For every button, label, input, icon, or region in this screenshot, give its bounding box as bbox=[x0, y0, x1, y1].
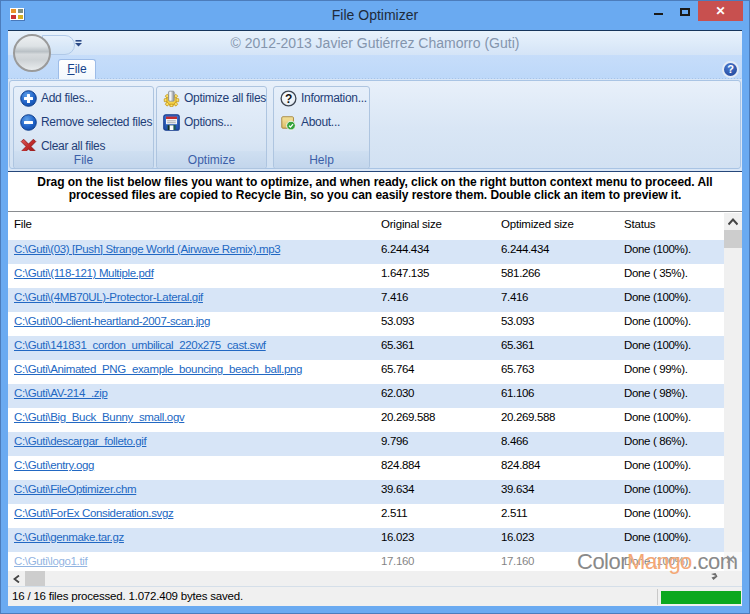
svg-text:?: ? bbox=[285, 92, 292, 106]
